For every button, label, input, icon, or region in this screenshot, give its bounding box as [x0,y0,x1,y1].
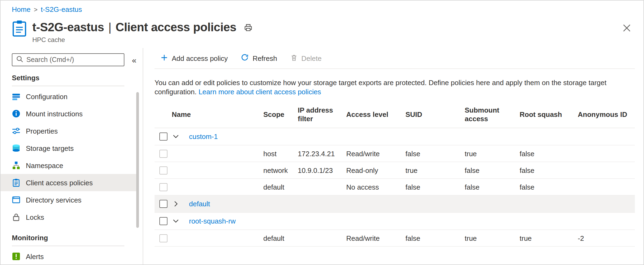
cell-root-squash: false [520,183,578,191]
clipboard-icon [12,178,20,187]
sidebar-item-client-access-policies[interactable]: Client access policies [1,174,139,191]
chevron-down-icon[interactable] [172,218,185,225]
table-header: Name Scope IP address filter Access leve… [155,103,635,128]
blade-name: Client access policies [116,20,236,34]
clipboard-policy-icon [12,20,27,44]
print-icon[interactable] [243,22,254,33]
sidebar-item-alerts[interactable]: Alerts [1,248,139,265]
cell-suid: false [405,183,465,191]
chevron-right-icon[interactable] [172,200,185,207]
cell-ip-filter: 172.23.4.21 [298,149,346,158]
sidebar-item-label: Alerts [26,252,44,260]
learn-more-link[interactable]: Learn more about client access policies [198,88,321,96]
row-checkbox[interactable] [159,132,167,141]
add-access-policy-label: Add access policy [172,54,228,62]
breadcrumb-separator: > [34,6,37,13]
cell-root-squash: false [520,166,578,174]
sidebar-item-label: Client access policies [26,179,93,187]
configuration-icon [12,92,20,101]
sliders-icon [12,127,20,135]
lock-icon [12,213,20,221]
sidebar-item-label: Properties [26,127,58,135]
resource-type-subtitle: HPC cache [32,36,254,44]
collapse-sidebar-button[interactable]: « [132,56,136,64]
add-access-policy-button[interactable]: Add access policy [155,50,234,66]
cell-access-level: No access [346,183,405,191]
row-checkbox[interactable] [159,166,167,174]
refresh-button[interactable]: Refresh [235,50,283,66]
cell-scope: default [263,234,298,242]
sidebar-item-namespace[interactable]: Namespace [1,157,139,174]
policies-table: Name Scope IP address filter Access leve… [155,103,635,247]
cell-scope: host [263,149,298,158]
window-icon [12,196,20,204]
close-icon[interactable] [622,23,632,33]
sidebar: « Settings Configuration Mount instructi… [1,48,143,264]
policy-name-link[interactable]: root-squash-rw [185,217,236,225]
row-checkbox[interactable] [159,183,167,191]
row-checkbox[interactable] [159,149,167,158]
cell-access-level: Read/write [346,234,405,242]
sidebar-item-label: Namespace [26,161,63,169]
sidebar-item-properties[interactable]: Properties [1,122,139,140]
delete-button[interactable]: Delete [284,50,327,66]
breadcrumb-current-link[interactable]: t-S2G-eastus [41,5,82,13]
resource-name: t-S2G-eastus [32,20,104,34]
sidebar-search [12,53,124,66]
refresh-icon [241,53,249,63]
col-header-scope: Scope [263,110,298,119]
cell-ip-filter: 10.9.0.1/23 [298,166,346,174]
sidebar-item-directory-services[interactable]: Directory services [1,191,139,208]
sidebar-scrollbar[interactable] [136,51,139,261]
sidebar-item-storage-targets[interactable]: Storage targets [1,140,139,157]
settings-section-label: Settings [12,74,124,86]
cell-suid: true [405,166,465,174]
col-header-anonymous-id: Anonymous ID [578,110,635,119]
cell-access-level: Read-only [346,166,405,174]
monitoring-section-label: Monitoring [12,234,124,246]
sidebar-item-locks[interactable]: Locks [1,208,139,226]
monitoring-nav: Alerts [1,248,143,265]
cell-access-level: Read/write [346,149,405,158]
col-header-suid: SUID [405,110,465,119]
scrollbar-thumb[interactable] [136,92,139,228]
command-bar: Add access policy Refresh Delete [155,48,635,69]
sidebar-item-label: Locks [26,213,44,221]
policy-name-link[interactable]: custom-1 [185,132,218,141]
row-checkbox[interactable] [159,234,167,242]
col-header-submount-access: Submount access [465,106,520,123]
cell-submount: true [465,149,520,158]
sidebar-item-label: Mount instructions [26,110,83,118]
col-header-ip-filter: IP address filter [298,106,346,123]
policy-group-row: custom-1 [155,128,635,145]
page-root: Home > t-S2G-eastus t-S2G-eastus | Clien… [0,0,644,265]
cell-root-squash: false [520,149,578,158]
policy-group-row: default [155,196,635,213]
cell-scope: network [263,166,298,174]
row-checkbox[interactable] [159,217,167,225]
chevron-down-icon[interactable] [172,133,185,140]
policy-name-link[interactable]: default [185,200,210,208]
cell-suid: false [405,149,465,158]
trash-icon [290,54,298,63]
cell-scope: default [263,183,298,191]
search-input[interactable] [26,56,120,64]
policy-rule-row[interactable]: default No access false false false [155,179,635,196]
cell-submount: false [465,166,520,174]
refresh-label: Refresh [253,54,277,62]
cell-anonymous-id: -2 [578,234,635,242]
sidebar-item-configuration[interactable]: Configuration [1,88,139,105]
cell-root-squash: true [520,234,578,242]
breadcrumb: Home > t-S2G-eastus [12,5,82,13]
hierarchy-icon [12,161,20,170]
policy-rule-row[interactable]: default Read/write false true true -2 [155,230,635,247]
breadcrumb-home-link[interactable]: Home [12,5,30,13]
row-checkbox[interactable] [159,200,167,208]
policy-rule-row[interactable]: host 172.23.4.21 Read/write false true f… [155,145,635,162]
sidebar-item-label: Directory services [26,196,82,204]
sidebar-item-mount-instructions[interactable]: Mount instructions [1,105,139,122]
alert-icon [12,252,20,261]
policy-rule-row[interactable]: network 10.9.0.1/23 Read-only true false… [155,162,635,179]
col-header-name: Name [172,110,263,119]
policy-group-row: root-squash-rw [155,213,635,230]
